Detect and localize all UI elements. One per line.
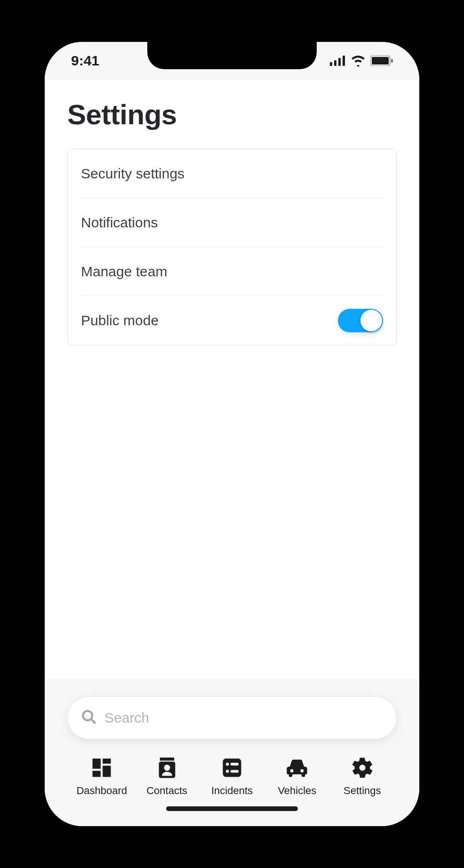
cellular-icon — [330, 56, 346, 66]
tab-vehicles[interactable]: Vehicles — [264, 755, 329, 797]
row-label: Security settings — [81, 166, 184, 182]
tab-dashboard[interactable]: Dashboard — [69, 755, 134, 797]
tab-label: Contacts — [146, 785, 187, 797]
svg-rect-13 — [160, 757, 174, 761]
status-indicators — [330, 55, 393, 66]
svg-rect-12 — [93, 771, 101, 777]
vehicles-icon — [285, 755, 309, 780]
svg-rect-9 — [93, 759, 101, 769]
svg-line-8 — [91, 719, 95, 723]
svg-rect-1 — [334, 60, 336, 66]
svg-rect-10 — [103, 759, 111, 764]
manage-team-row[interactable]: Manage team — [81, 247, 383, 296]
security-settings-row[interactable]: Security settings — [81, 149, 383, 198]
contacts-icon — [155, 755, 179, 780]
svg-point-21 — [290, 769, 294, 772]
tab-bar: Dashboard Contacts Incidents Vehicles — [67, 755, 397, 806]
svg-rect-3 — [343, 56, 345, 66]
svg-rect-0 — [330, 62, 332, 66]
tab-contacts[interactable]: Contacts — [134, 755, 199, 797]
settings-icon — [350, 755, 375, 780]
tab-label: Vehicles — [278, 785, 316, 797]
svg-rect-2 — [338, 58, 341, 66]
dashboard-icon — [89, 755, 114, 780]
svg-point-19 — [226, 770, 229, 773]
svg-rect-16 — [223, 759, 241, 777]
public-mode-toggle[interactable] — [338, 309, 383, 332]
svg-rect-18 — [231, 763, 239, 766]
status-time: 9:41 — [71, 53, 99, 69]
row-label: Manage team — [81, 264, 167, 280]
svg-point-17 — [226, 763, 229, 766]
tab-label: Incidents — [211, 785, 253, 797]
notifications-row[interactable]: Notifications — [81, 198, 383, 247]
svg-rect-5 — [372, 57, 389, 64]
tab-incidents[interactable]: Incidents — [200, 755, 264, 797]
svg-point-15 — [164, 765, 170, 771]
wifi-icon — [351, 55, 366, 66]
toggle-knob — [360, 310, 382, 331]
svg-point-23 — [359, 765, 365, 771]
row-label: Notifications — [81, 215, 158, 231]
incidents-icon — [220, 755, 244, 780]
search-field-wrap[interactable] — [67, 696, 397, 739]
phone-frame: 9:41 Settings Security settings Notifica… — [45, 42, 419, 826]
page-title: Settings — [67, 98, 397, 131]
home-indicator[interactable] — [166, 806, 298, 811]
search-icon — [81, 709, 97, 727]
svg-rect-6 — [391, 59, 393, 63]
settings-card: Security settings Notifications Manage t… — [67, 149, 397, 346]
bottom-area: Dashboard Contacts Incidents Vehicles — [45, 679, 419, 826]
public-mode-row[interactable]: Public mode — [81, 296, 383, 345]
tab-label: Dashboard — [76, 785, 127, 797]
tab-label: Settings — [344, 785, 381, 797]
search-input[interactable] — [104, 710, 383, 726]
content-area: Settings Security settings Notifications… — [45, 80, 419, 679]
svg-rect-20 — [231, 770, 239, 773]
battery-icon — [370, 56, 393, 66]
svg-point-22 — [301, 769, 304, 772]
svg-rect-11 — [103, 766, 111, 777]
notch — [147, 42, 317, 69]
tab-settings[interactable]: Settings — [330, 755, 395, 797]
row-label: Public mode — [81, 313, 159, 329]
